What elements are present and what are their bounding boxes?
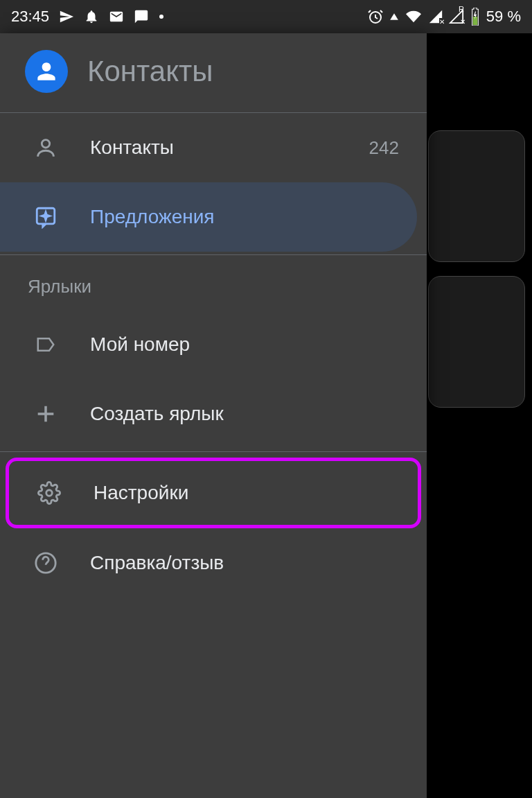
navigation-drawer: Контакты Контакты 242 Предложения Ярлыки… [0, 33, 427, 798]
settings-highlight: Настройки [6, 458, 421, 528]
signal-icon: ✕ [428, 9, 443, 24]
nav-label: Создать ярлык [90, 403, 405, 425]
plus-icon [33, 402, 58, 426]
labels-section-header: Ярлыки [0, 255, 427, 310]
contacts-count: 242 [369, 137, 405, 159]
nav-item-contacts[interactable]: Контакты 242 [0, 113, 427, 182]
mail-icon [109, 9, 124, 24]
divider [0, 451, 427, 452]
dot-icon [159, 14, 164, 19]
person-icon [33, 136, 58, 159]
nav-label: Мой номер [90, 333, 405, 356]
svg-point-0 [159, 15, 163, 19]
help-icon [33, 551, 58, 575]
notification-bell-icon [84, 9, 99, 24]
nav-label: Настройки [94, 482, 396, 504]
drawer-header: Контакты [0, 33, 427, 112]
nav-item-create-label[interactable]: Создать ярлык [0, 379, 427, 449]
wifi-icon [405, 9, 423, 24]
triangle-up-icon [389, 12, 399, 21]
svg-point-5 [46, 490, 53, 496]
nav-item-my-number[interactable]: Мой номер [0, 310, 427, 379]
gear-icon [37, 481, 62, 505]
nav-label: Контакты [90, 137, 337, 159]
chat-icon [134, 9, 149, 24]
nav-item-help[interactable]: Справка/отзыв [0, 528, 427, 598]
status-bar: 23:45 ✕ R ✕ [0, 0, 532, 33]
app-title: Контакты [87, 55, 213, 88]
battery-icon [470, 8, 481, 26]
battery-percent: 59 % [486, 8, 521, 26]
alarm-icon [367, 8, 384, 25]
nav-label: Справка/отзыв [90, 552, 405, 574]
label-icon [33, 334, 58, 355]
nav-label: Предложения [90, 206, 395, 228]
telegram-icon [59, 9, 74, 24]
app-logo-icon [25, 50, 68, 93]
nav-item-suggestions[interactable]: Предложения [0, 182, 417, 252]
svg-point-3 [42, 140, 49, 148]
background-content [428, 33, 532, 798]
signal-roaming-icon: R ✕ [449, 9, 464, 24]
nav-item-settings[interactable]: Настройки [9, 461, 418, 525]
assistant-icon [33, 205, 58, 229]
status-time: 23:45 [11, 8, 49, 26]
